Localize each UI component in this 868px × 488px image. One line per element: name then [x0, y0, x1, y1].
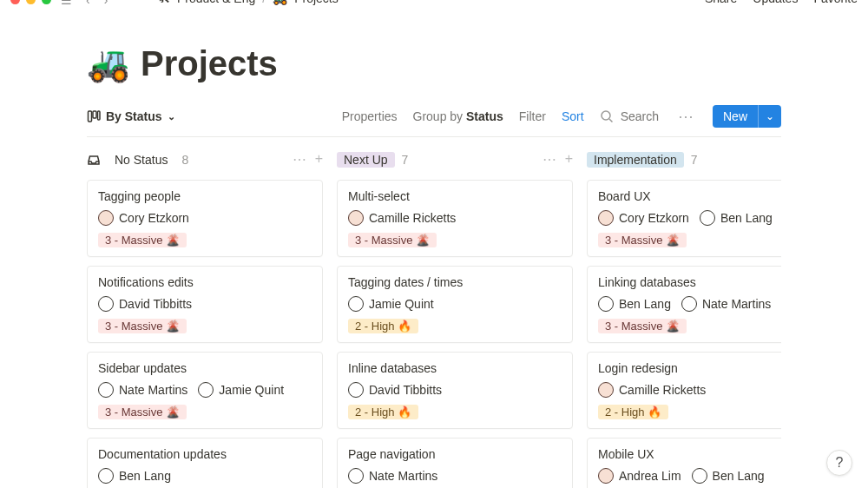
card-people: Ben Lang [98, 468, 312, 484]
card-title: Tagging people [98, 189, 312, 203]
card-people: Nate MartinsJamie Quint [98, 382, 312, 398]
new-button-group: New ⌄ [713, 105, 781, 128]
page-emoji[interactable]: 🚜 [87, 43, 130, 84]
card-people: Ben LangNate Martins [598, 296, 781, 312]
database-toolbar: By Status ⌄ Properties Group by Status F… [87, 105, 781, 137]
search-button[interactable]: Search [600, 109, 659, 123]
svg-rect-2 [98, 111, 101, 120]
avatar [348, 210, 364, 226]
view-picker[interactable]: By Status ⌄ [87, 109, 175, 123]
avatar [98, 296, 114, 312]
priority-chip: 2 - High 🔥 [348, 319, 418, 333]
person: Camille Ricketts [348, 210, 456, 226]
breadcrumb-root[interactable]: Product & Eng [177, 0, 255, 5]
new-button-dropdown[interactable]: ⌄ [758, 105, 781, 128]
card[interactable]: Board UX Cory EtzkornBen Lang 3 - Massiv… [587, 180, 781, 257]
group-by-value: Status [466, 109, 503, 123]
person-name: Ben Lang [619, 297, 671, 311]
card-title: Documentation updates [98, 447, 312, 461]
priority-chip: 2 - High 🔥 [598, 405, 668, 419]
card-people: Cory Etzkorn [98, 210, 312, 226]
person: Ben Lang [700, 210, 773, 226]
person-name: David Tibbitts [119, 297, 192, 311]
person: David Tibbitts [348, 382, 442, 398]
avatar [681, 296, 697, 312]
share-button[interactable]: Share [705, 0, 737, 5]
nav-forward-icon[interactable]: › [104, 0, 108, 7]
card-title: Notifications edits [98, 275, 312, 289]
priority-chip: 3 - Massive 🌋 [98, 319, 187, 333]
column-label[interactable]: Implementation [587, 152, 684, 168]
card-title: Tagging dates / times [348, 275, 562, 289]
person-name: Ben Lang [713, 469, 765, 483]
close-window-button[interactable] [10, 0, 20, 4]
avatar [598, 296, 614, 312]
svg-point-3 [602, 111, 610, 120]
card[interactable]: Page navigation Nate Martins [337, 438, 573, 488]
window-traffic-lights [10, 0, 51, 4]
card-people: Camille Ricketts [348, 210, 562, 226]
card[interactable]: Notifications edits David Tibbitts 3 - M… [87, 266, 323, 343]
avatar [348, 468, 364, 484]
breadcrumb-page-icon: 🚜 [273, 0, 287, 5]
card-title: Board UX [598, 189, 781, 203]
page-title[interactable]: Projects [141, 44, 278, 83]
favorite-button[interactable]: Favorite [813, 0, 858, 5]
card-people: Andrea LimBen Lang [598, 468, 781, 484]
more-options-button[interactable]: ⋯ [674, 107, 697, 126]
sort-button[interactable]: Sort [562, 109, 584, 123]
card[interactable]: Tagging dates / times Jamie Quint 2 - Hi… [337, 266, 573, 343]
help-button[interactable]: ? [826, 450, 852, 476]
zoom-window-button[interactable] [42, 0, 51, 4]
card[interactable]: Mobile UX Andrea LimBen Lang [587, 438, 781, 488]
card[interactable]: Sidebar updates Nate MartinsJamie Quint … [87, 352, 323, 429]
card-title: Mobile UX [598, 447, 781, 461]
column-count: 7 [402, 153, 409, 167]
avatar [98, 210, 114, 226]
breadcrumb-page[interactable]: Projects [294, 0, 339, 5]
person: Ben Lang [598, 296, 671, 312]
updates-button[interactable]: Updates [753, 0, 798, 5]
person: Ben Lang [98, 468, 171, 484]
person: Cory Etzkorn [98, 210, 189, 226]
person-name: Nate Martins [119, 383, 187, 397]
column-label[interactable]: Next Up [337, 152, 395, 168]
page: 🚜 Projects By Status ⌄ Properties Group … [0, 0, 868, 488]
filter-button[interactable]: Filter [519, 109, 546, 123]
nav-back-icon[interactable]: ‹ [86, 0, 90, 7]
avatar [98, 382, 114, 398]
card[interactable]: Login redesign Camille Ricketts 2 - High… [587, 352, 781, 429]
priority-chip: 3 - Massive 🌋 [98, 233, 187, 247]
person-name: Camille Ricketts [619, 383, 706, 397]
card[interactable]: Tagging people Cory Etzkorn 3 - Massive … [87, 180, 323, 257]
column-add-button[interactable]: + [565, 151, 573, 168]
card[interactable]: Inline databases David Tibbitts 2 - High… [337, 352, 573, 429]
window-nav-icons: ☰ ‹ › [61, 0, 108, 7]
avatar [700, 210, 715, 226]
person: Nate Martins [348, 468, 437, 484]
column-count: 7 [691, 153, 698, 167]
minimize-window-button[interactable] [26, 0, 36, 4]
column-add-button[interactable]: + [315, 151, 323, 168]
sidebar-toggle-icon[interactable]: ☰ [61, 0, 72, 7]
column-more-button[interactable]: ⋯ [293, 151, 306, 168]
avatar [198, 382, 214, 398]
inbox-icon [87, 153, 101, 167]
new-button[interactable]: New [713, 105, 758, 128]
person: Cory Etzkorn [598, 210, 689, 226]
person-name: Nate Martins [702, 297, 771, 311]
card-title: Linking databases [598, 275, 781, 289]
card[interactable]: Multi-select Camille Ricketts 3 - Massiv… [337, 180, 573, 257]
svg-line-4 [609, 119, 613, 122]
column-label[interactable]: No Status [108, 152, 174, 168]
avatar [98, 468, 114, 484]
group-by-button[interactable]: Group by Status [413, 109, 503, 123]
card[interactable]: Linking databases Ben LangNate Martins 3… [587, 266, 781, 343]
avatar [348, 296, 364, 312]
column-more-button[interactable]: ⋯ [542, 151, 556, 168]
column-header: Implementation 7 ⋯ + [587, 149, 781, 171]
priority-chip: 2 - High 🔥 [348, 405, 418, 419]
properties-button[interactable]: Properties [342, 109, 398, 123]
person-name: Nate Martins [369, 469, 437, 483]
card[interactable]: Documentation updates Ben Lang [87, 438, 323, 488]
